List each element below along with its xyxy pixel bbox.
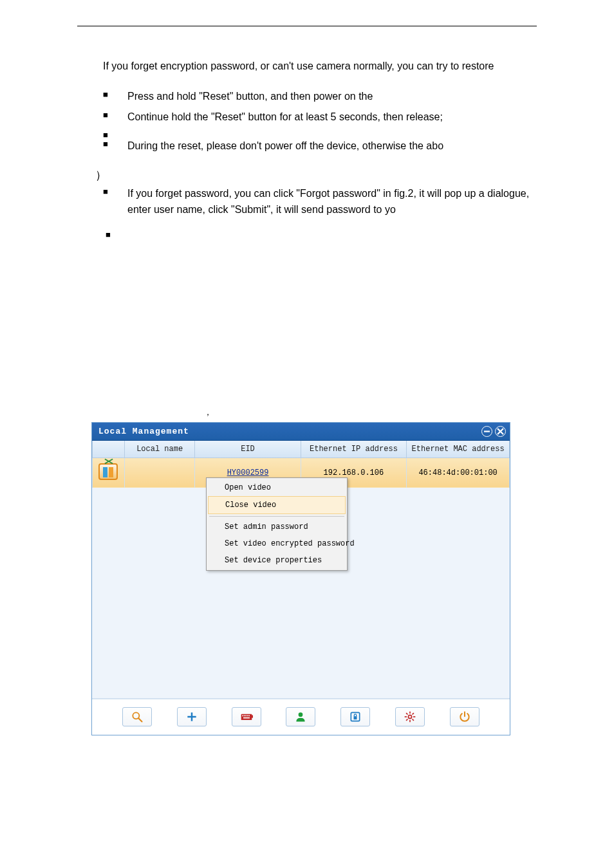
add-button[interactable] bbox=[177, 707, 207, 726]
svg-line-23 bbox=[406, 714, 407, 715]
menu-set-video-password[interactable]: Set video encrypted password bbox=[207, 535, 347, 552]
lock-button[interactable] bbox=[340, 707, 370, 726]
bottom-toolbar bbox=[92, 699, 510, 735]
svg-rect-10 bbox=[245, 716, 247, 717]
col-localname-header: Local name bbox=[124, 441, 194, 458]
svg-line-4 bbox=[139, 719, 142, 722]
col-ip-header: Ethernet IP address bbox=[301, 441, 407, 458]
intro-paragraph: If you forget encryption password, or ca… bbox=[103, 59, 537, 74]
svg-rect-17 bbox=[354, 717, 357, 720]
minus-icon bbox=[482, 427, 492, 436]
svg-rect-13 bbox=[243, 717, 250, 719]
user-icon bbox=[294, 710, 307, 723]
power-button[interactable] bbox=[450, 707, 479, 726]
device-mac-cell: 46:48:4d:00:01:00 bbox=[407, 457, 510, 488]
search-button[interactable] bbox=[122, 707, 152, 726]
svg-line-26 bbox=[406, 719, 407, 721]
add-icon bbox=[185, 710, 198, 723]
close-paren: ） bbox=[95, 167, 537, 183]
svg-rect-14 bbox=[251, 716, 253, 718]
search-icon bbox=[131, 710, 144, 723]
context-menu: Open video Close video Set admin passwor… bbox=[206, 477, 348, 571]
col-icon-header bbox=[93, 441, 125, 458]
col-mac-header: Ethernet MAC address bbox=[407, 441, 510, 458]
user-button[interactable] bbox=[286, 707, 315, 726]
lock-icon bbox=[349, 710, 362, 723]
power-icon bbox=[458, 710, 471, 723]
close-button[interactable] bbox=[495, 426, 506, 437]
svg-line-25 bbox=[412, 714, 413, 715]
device-localname-cell bbox=[124, 457, 194, 488]
local-management-window: Local Management Local name EID bbox=[91, 422, 510, 735]
minimize-button[interactable] bbox=[481, 426, 492, 437]
table-header-row: Local name EID Ethernet IP address Ether… bbox=[93, 441, 510, 458]
device-icon-cell bbox=[93, 457, 125, 488]
keyboard-icon bbox=[240, 710, 253, 723]
svg-rect-12 bbox=[248, 716, 250, 717]
bullet-item: Press and hold "Reset" button, and then … bbox=[103, 88, 537, 105]
window-titlebar: Local Management bbox=[92, 423, 510, 441]
close-icon bbox=[496, 427, 505, 436]
lonely-bullet: ■ bbox=[106, 230, 537, 239]
forgot-password-list: If you forget password, you can click "F… bbox=[103, 185, 537, 218]
bullet-item: If you forget password, you can click "F… bbox=[103, 185, 537, 218]
menu-set-device-properties[interactable]: Set device properties bbox=[207, 552, 347, 569]
device-eid-link[interactable]: HY0002599 bbox=[227, 468, 269, 477]
menu-close-video[interactable]: Close video bbox=[208, 496, 346, 514]
svg-point-15 bbox=[299, 713, 303, 717]
gear-icon bbox=[404, 710, 416, 723]
menu-open-video[interactable]: Open video bbox=[207, 479, 347, 496]
col-eid-header: EID bbox=[195, 441, 301, 458]
page-top-rule bbox=[77, 26, 537, 26]
bullet-item: During the reset, please don't power off… bbox=[103, 138, 537, 154]
svg-line-24 bbox=[412, 719, 413, 721]
svg-rect-8 bbox=[242, 716, 243, 717]
reset-warning-list: During the reset, please don't power off… bbox=[103, 138, 537, 154]
menu-separator bbox=[209, 516, 344, 517]
settings-button[interactable] bbox=[395, 707, 425, 726]
device-icon bbox=[98, 463, 118, 480]
svg-point-18 bbox=[408, 716, 411, 719]
keyboard-button[interactable] bbox=[232, 707, 261, 726]
caption-comma: ， bbox=[203, 407, 537, 418]
svg-rect-7 bbox=[241, 714, 252, 720]
svg-rect-9 bbox=[244, 716, 245, 717]
bullet-item: Continue hold the "Reset" button for at … bbox=[103, 109, 537, 125]
reset-steps-list: Press and hold "Reset" button, and then … bbox=[103, 88, 537, 125]
menu-set-admin-password[interactable]: Set admin password bbox=[207, 519, 347, 535]
svg-rect-11 bbox=[247, 716, 248, 717]
window-title: Local Management bbox=[98, 427, 189, 436]
